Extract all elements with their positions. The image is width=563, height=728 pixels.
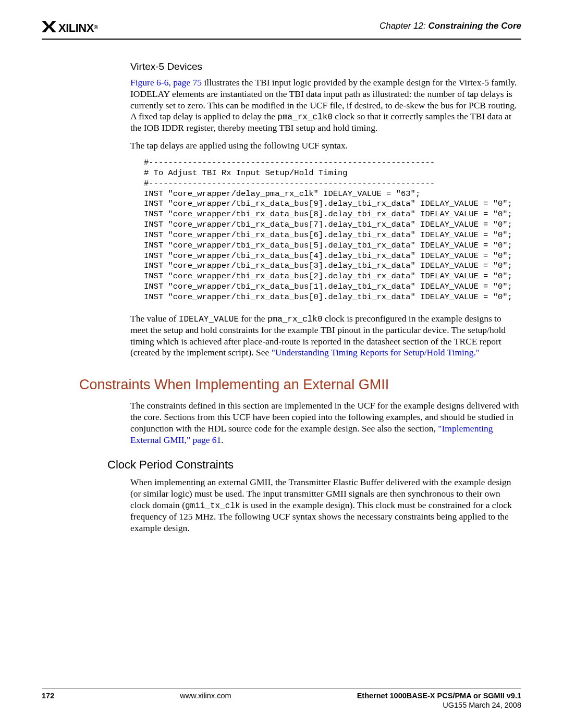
p2-lead: The value of	[130, 313, 179, 324]
logo-text: XILINX	[58, 21, 94, 35]
gmii-section-heading: Constraints When Implementing an Externa…	[79, 376, 521, 394]
xilinx-logo: XILINX®	[42, 21, 98, 35]
paragraph-virtex5-intro: Figure 6-6, page 75 illustrates the TBI …	[130, 77, 521, 134]
chapter-title: Constraining the Core	[428, 21, 521, 31]
footer-url: www.xilinx.com	[54, 692, 357, 700]
document-page: XILINX® Chapter 12: Constraining the Cor…	[0, 0, 563, 728]
page-footer: 172 www.xilinx.com Ethernet 1000BASE-X P…	[42, 688, 521, 709]
paragraph-tap-delays: The tap delays are applied using the fol…	[130, 140, 521, 152]
paragraph-idelay-value: The value of IDELAY_VALUE for the pma_rx…	[130, 313, 521, 359]
chapter-number: Chapter 12:	[380, 21, 426, 31]
logo-mark-icon	[42, 21, 56, 35]
xilinx-url-link[interactable]: www.xilinx.com	[180, 692, 231, 700]
footer-doc-date: UG155 March 24, 2008	[357, 701, 521, 709]
paragraph-gmii-intro: The constraints defined in this section …	[130, 400, 521, 446]
p2-code2: pma_rx_clk0	[267, 315, 323, 324]
main-content: Virtex-5 Devices Figure 6-6, page 75 ill…	[130, 60, 521, 534]
paragraph-clock-period: When implementing an external GMII, the …	[130, 477, 521, 534]
page-header: XILINX® Chapter 12: Constraining the Cor…	[42, 21, 521, 40]
s2p1-tail: .	[221, 435, 223, 445]
figure-6-6-link[interactable]: Figure 6-6, page 75	[130, 77, 202, 88]
p2-code1: IDELAY_VALUE	[179, 315, 239, 324]
registered-icon: ®	[94, 24, 98, 30]
virtex5-heading: Virtex-5 Devices	[130, 60, 521, 73]
ucf-code-block: #---------------------------------------…	[144, 158, 521, 303]
page-number: 172	[42, 692, 54, 700]
timing-reports-link[interactable]: "Understanding Timing Reports for Setup/…	[272, 347, 480, 357]
clock-period-constraints-heading: Clock Period Constraints	[107, 458, 521, 472]
chapter-heading: Chapter 12: Constraining the Core	[380, 21, 521, 31]
s2p2-code: gmii_tx_clk	[185, 501, 240, 511]
footer-right: Ethernet 1000BASE-X PCS/PMA or SGMII v9.…	[357, 692, 521, 709]
footer-doc-title: Ethernet 1000BASE-X PCS/PMA or SGMII v9.…	[357, 692, 521, 700]
p2-mid1: for the	[239, 313, 267, 324]
p1a-code: pma_rx_clk0	[277, 113, 333, 122]
